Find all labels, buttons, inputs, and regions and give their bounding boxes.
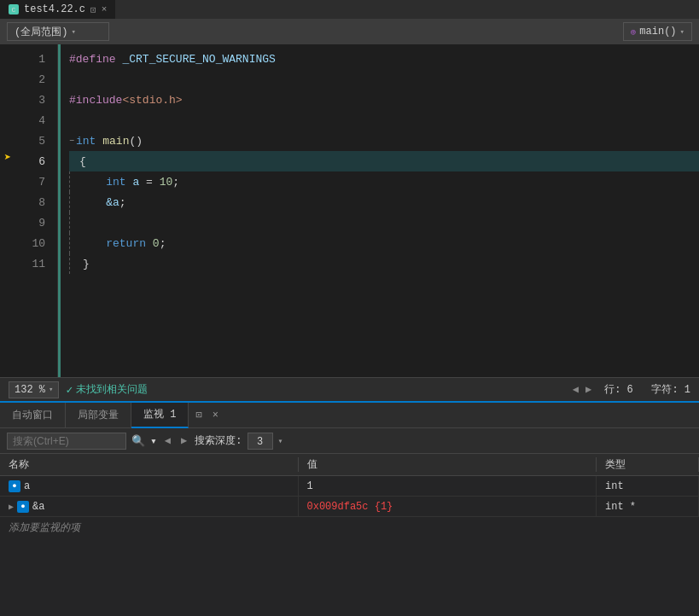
arrow-row-3: [0, 85, 15, 106]
zoom-value: 132 %: [15, 384, 45, 396]
search-input[interactable]: [7, 433, 126, 450]
int-kw-7: int: [106, 176, 125, 189]
scope-dropdown[interactable]: (全局范围) ▾: [7, 22, 109, 41]
col-value: 值: [299, 457, 597, 472]
row-1-type: int: [597, 476, 699, 497]
var-icon-1: ●: [9, 480, 20, 492]
scope-label: (全局范围): [15, 25, 67, 39]
zoom-chevron: ▾: [49, 385, 53, 394]
define-keyword: #define: [69, 53, 116, 66]
line-num-6: 6: [15, 151, 50, 171]
row-2-value: 0x009dfa5c {1}: [299, 497, 597, 517]
line-num-1: 1: [15, 49, 50, 69]
code-line-1: #define _CRT_SECURE_NO_WARNINGS: [69, 49, 699, 69]
tab-pinned-icon: ⊡: [90, 4, 96, 15]
watch-tabs: 自动窗口 局部变量 监视 1 ⊡ ×: [0, 403, 699, 428]
tab-local-vars[interactable]: 局部变量: [66, 403, 131, 428]
search-icon[interactable]: 🔍: [131, 434, 145, 448]
line-num-10: 10: [15, 233, 50, 253]
function-chevron: ▾: [680, 27, 684, 37]
arrow-indicator: ➤: [0, 44, 15, 377]
nav-right-arrow[interactable]: ▶: [583, 383, 594, 396]
search-nav-fwd[interactable]: ▶: [178, 434, 189, 447]
line-num-5: 5: [15, 131, 50, 151]
nav-arrows: ◀ ▶: [570, 383, 594, 396]
function-icon: ⊕: [631, 26, 637, 38]
function-dropdown[interactable]: ⊕ main() ▾: [623, 22, 692, 41]
collapse-icon[interactable]: −: [69, 137, 74, 146]
line-num-8: 8: [15, 192, 50, 212]
status-checkmark-icon: ✓: [66, 383, 73, 397]
code-line-4: [69, 110, 699, 131]
col-type: 类型: [597, 457, 699, 472]
code-line-9: [69, 212, 699, 233]
code-line-11: }: [69, 253, 699, 274]
arrow-row-10: [0, 229, 15, 249]
row-1-value: 1: [299, 476, 597, 497]
code-line-8: &a ;: [69, 192, 699, 212]
title-bar: C test4.22.c ⊡ ×: [0, 0, 699, 19]
include-path: <stdio.h>: [122, 94, 182, 107]
search-nav-back[interactable]: ◀: [162, 434, 173, 447]
function-label: main(): [639, 26, 676, 38]
tab-close-button[interactable]: ×: [102, 4, 108, 15]
row-2-name: ▶ ● &a: [0, 497, 299, 517]
tab-watch-1[interactable]: 监视 1: [131, 403, 189, 428]
nav-left-arrow[interactable]: ◀: [570, 383, 581, 396]
file-tab[interactable]: C test4.22.c ⊡ ×: [0, 0, 115, 19]
var-icon-2: ●: [17, 501, 29, 513]
search-bar: 🔍 ▾ ◀ ▶ 搜索深度: ▾: [0, 428, 699, 454]
line-num-3: 3: [15, 90, 50, 110]
code-line-10: return 0 ;: [69, 233, 699, 253]
row-2-type: int *: [597, 497, 699, 517]
row-1-name: ● a: [0, 476, 299, 497]
status-ok: ✓ 未找到相关问题: [66, 382, 148, 397]
line-num-11: 11: [15, 253, 50, 274]
open-brace: {: [69, 155, 86, 168]
arrow-row-7: [0, 167, 15, 188]
code-line-2: [69, 69, 699, 90]
main-function: main: [102, 135, 129, 148]
zoom-selector[interactable]: 132 % ▾: [9, 381, 59, 398]
line-num-7: 7: [15, 171, 50, 192]
editor-bottom-bar: 132 % ▾ ✓ 未找到相关问题 ◀ ▶ 行: 6 字符: 1: [0, 377, 699, 401]
arrow-row-1: [0, 44, 15, 65]
include-keyword: #include: [69, 94, 122, 107]
table-header: 名称 值 类型: [0, 454, 699, 476]
current-line-arrow: ➤: [4, 150, 11, 165]
return-kw: return: [106, 237, 146, 250]
depth-chevron[interactable]: ▾: [278, 436, 283, 446]
line-num-2: 2: [15, 69, 50, 90]
col-name: 名称: [0, 457, 299, 472]
num-0: 0: [153, 237, 160, 250]
depth-input[interactable]: [248, 433, 273, 450]
code-line-7: int a = 10 ;: [69, 171, 699, 192]
status-text: 未找到相关问题: [76, 382, 148, 397]
watch-panel: 自动窗口 局部变量 监视 1 ⊡ × 🔍 ▾ ◀ ▶ 搜索深度: ▾ 名称 值 …: [0, 401, 699, 616]
code-line-3: #include<stdio.h>: [69, 90, 699, 110]
line-num-4: 4: [15, 110, 50, 131]
table-row[interactable]: ● a 1 int: [0, 476, 699, 497]
tab-filename: test4.22.c: [24, 3, 85, 15]
search-dropdown-button[interactable]: ▾: [150, 434, 157, 448]
arrow-row-11: [0, 249, 15, 270]
arrow-row-2: [0, 65, 15, 85]
toolbar-right: ⊕ main() ▾: [623, 22, 692, 41]
close-tab-button[interactable]: ×: [209, 410, 222, 421]
table-row[interactable]: ▶ ● &a 0x009dfa5c {1} int *: [0, 497, 699, 517]
code-lines[interactable]: #define _CRT_SECURE_NO_WARNINGS #include…: [61, 44, 699, 377]
depth-label: 搜索深度:: [195, 433, 242, 448]
scope-chevron: ▾: [71, 27, 75, 37]
define-name: _CRT_SECURE_NO_WARNINGS: [122, 53, 275, 66]
arrow-row-9: [0, 208, 15, 229]
code-line-5: − int main (): [69, 131, 699, 151]
add-watch-item[interactable]: 添加要监视的项: [0, 517, 699, 538]
watch-table: ● a 1 int ▶ ● &a 0x009dfa5c {1} int *: [0, 476, 699, 616]
arrow-row-6: ➤: [0, 147, 15, 167]
line-info: 行: 6 字符: 1: [604, 382, 690, 397]
tab-auto-window[interactable]: 自动窗口: [0, 403, 66, 428]
expand-button[interactable]: ▶: [9, 502, 14, 512]
code-editor: ➤ 1 2 3 4 5 6 7 8 9 10 11 #define _CRT_S…: [0, 44, 699, 377]
code-line-6: {: [69, 151, 699, 171]
pin-tab-button[interactable]: ⊡: [192, 409, 205, 421]
